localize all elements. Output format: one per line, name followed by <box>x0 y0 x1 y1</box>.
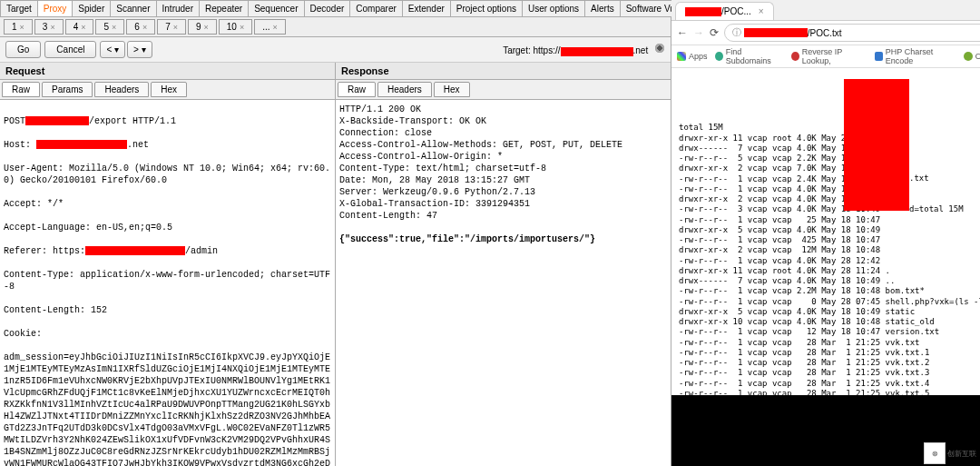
top-tab-scanner[interactable]: Scanner <box>110 0 156 16</box>
gear-icon[interactable] <box>654 43 665 54</box>
listing-line: -rw-r--r-- 1 vcap vcap 28 Mar 1 21:25 vv… <box>679 348 980 358</box>
close-icon[interactable]: × <box>112 23 116 32</box>
close-icon[interactable]: × <box>81 23 85 32</box>
top-tab-spider[interactable]: Spider <box>72 0 111 16</box>
go-button[interactable]: Go <box>5 41 41 58</box>
response-subtab-headers[interactable]: Headers <box>377 82 432 97</box>
request-subtab-params[interactable]: Params <box>42 82 93 97</box>
listing-line: -rw-r--r-- 1 vcap vcap 4.0K May 18 10:49 <box>679 184 980 194</box>
reverse-ip-bookmark[interactable]: Reverse IP Lookup, <box>791 47 867 65</box>
close-icon[interactable]: × <box>240 23 244 32</box>
repeater-tab-5[interactable]: 5× <box>95 19 124 35</box>
close-icon[interactable]: × <box>273 23 278 32</box>
bookmark-bar: Apps Find Subdomains Reverse IP Lookup, … <box>671 45 980 68</box>
response-subtab-hex[interactable]: Hex <box>434 82 470 97</box>
listing-line: -rw-r--r-- 1 vcap vcap 28 Mar 1 21:25 vv… <box>679 379 980 389</box>
listing-line: drwxr-xr-x 2 vcap vcap 4.0K May 18 10:49 <box>679 194 980 204</box>
redacted-trail-1: .txt <box>909 174 929 183</box>
response-subtab-raw[interactable]: Raw <box>338 82 376 97</box>
response-line: Date: Mon, 28 May 2018 13:15:27 GMT <box>339 174 667 186</box>
listing-line: -rw-r--r-- 1 vcap vcap 28 Mar 1 21:25 vv… <box>679 389 980 395</box>
create-bookmark[interactable]: Creat <box>964 52 980 61</box>
close-icon[interactable]: × <box>204 23 209 32</box>
top-tab-comparer[interactable]: Comparer <box>349 0 402 16</box>
repeater-tab-1[interactable]: 1× <box>4 19 33 35</box>
prev-button[interactable]: < ▾ <box>100 41 125 58</box>
repeater-tab-10[interactable]: 10× <box>219 19 252 35</box>
listing-line: drwx------ 7 vcap vcap 4.0K May 18 10:49… <box>679 276 980 286</box>
redacted-host <box>561 47 633 56</box>
top-tab-user-options[interactable]: User options <box>522 0 585 16</box>
apps-button[interactable]: Apps <box>677 52 708 61</box>
request-pane: Request RawParamsHeadersHex POST/export … <box>0 63 336 466</box>
next-button[interactable]: > ▾ <box>127 41 152 58</box>
close-icon[interactable]: × <box>50 23 54 32</box>
listing-line: drwxr-xr-x 2 vcap vcap 7.0K May 18 10:47 <box>679 164 980 174</box>
repeater-tab-4[interactable]: 4× <box>65 19 94 35</box>
close-tab-icon[interactable]: × <box>759 6 764 16</box>
top-tab-proxy[interactable]: Proxy <box>37 0 74 16</box>
listing-line: total 15M <box>679 123 980 133</box>
top-tab-repeater[interactable]: Repeater <box>199 0 249 16</box>
response-line: Access-Control-Allow-Origin: * <box>339 151 667 163</box>
cancel-button[interactable]: Cancel <box>44 41 96 58</box>
page-content[interactable]: .txt d=total 15M total 15Mdrwxr-xr-x 11 … <box>671 68 980 395</box>
top-tab-sequencer[interactable]: Sequencer <box>248 0 304 16</box>
response-line: X-Backside-Transport: OK OK <box>339 115 667 127</box>
php-charset-bookmark[interactable]: PHP Charset Encode <box>875 47 956 65</box>
request-subtab-raw[interactable]: Raw <box>2 82 40 97</box>
response-line: X-Global-Transaction-ID: 3391294351 <box>339 198 667 210</box>
reload-icon[interactable]: ⟳ <box>710 26 719 39</box>
repeater-tab-3[interactable]: 3× <box>34 19 64 35</box>
listing-line: -rw-r--r-- 1 vcap vcap 28 Mar 1 21:25 vv… <box>679 358 980 368</box>
repeater-tab-9[interactable]: 9× <box>188 19 217 35</box>
response-line <box>339 222 667 233</box>
redacted-block <box>844 79 909 211</box>
response-line: Connection: close <box>339 127 667 139</box>
listing-line: -rw-r--r-- 1 vcap vcap 12 May 18 10:47 v… <box>679 327 980 337</box>
close-icon[interactable]: × <box>20 23 24 32</box>
top-tab-decoder[interactable]: Decoder <box>304 0 351 16</box>
top-tab-alerts[interactable]: Alerts <box>584 0 621 16</box>
target-label: Target: https://.net <box>503 43 665 55</box>
listing-line: -rw-r--r-- 1 vcap vcap 4.0K May 28 12:42 <box>679 256 980 266</box>
listing-line: drwx------ 7 vcap vcap 4.0K May 18 10:49… <box>679 144 980 154</box>
find-subdomains-bookmark[interactable]: Find Subdomains <box>715 47 784 65</box>
response-line: Content-Type: text/html; charset=utf-8 <box>339 163 667 174</box>
repeater-tab-7[interactable]: 7× <box>157 19 186 35</box>
top-tabs: TargetProxySpiderScannerIntruderRepeater… <box>0 0 671 17</box>
back-icon[interactable]: ← <box>677 26 688 39</box>
listing-line: drwxr-xr-x 11 vcap root 4.0K May 28 13:1… <box>679 134 980 144</box>
listing-line: drwxr-xr-x 11 vcap root 4.0K May 28 11:2… <box>679 266 980 276</box>
repeater-tab-...[interactable]: ...× <box>254 19 286 35</box>
top-tab-target[interactable]: Target <box>0 0 38 16</box>
top-tab-project-options[interactable]: Project options <box>450 0 523 16</box>
listing-line: drwxr-xr-x 10 vcap vcap 4.0K May 18 10:4… <box>679 317 980 327</box>
watermark: ⊗ 创新互联 <box>924 442 976 464</box>
action-bar: Go Cancel < ▾ > ▾ Target: https://.net <box>0 37 671 63</box>
request-subtabs: RawParamsHeadersHex <box>0 80 335 100</box>
response-header: Response <box>336 63 671 80</box>
forward-icon[interactable]: → <box>693 26 704 39</box>
repeater-tab-6[interactable]: 6× <box>126 19 155 35</box>
browser-tab[interactable]: /POC... × <box>675 2 774 20</box>
response-pane: Response RawHeadersHex HTTP/1.1 200 OKX-… <box>336 63 671 466</box>
request-subtab-headers[interactable]: Headers <box>94 82 149 97</box>
close-icon[interactable]: × <box>173 23 178 32</box>
url-input[interactable]: ⓘ /POC.txt I <box>724 24 980 42</box>
listing-line: -rw-r--r-- 5 vcap vcap 2.2K May 18 10:48 <box>679 154 980 164</box>
top-tab-intruder[interactable]: Intruder <box>156 0 200 16</box>
response-raw[interactable]: HTTP/1.1 200 OKX-Backside-Transport: OK … <box>336 100 671 466</box>
listing-line: -rw-r--r-- 1 vcap vcap 2.2M May 18 10:48… <box>679 286 980 296</box>
top-tab-extender[interactable]: Extender <box>402 0 451 16</box>
request-raw[interactable]: POST/export HTTP/1.1 Host: .net User-Age… <box>0 100 335 466</box>
listing-line: drwxr-xr-x 5 vcap vcap 4.0K May 18 10:49 <box>679 225 980 235</box>
listing-line: -rw-r--r-- 1 vcap vcap 425 May 18 10:47 <box>679 235 980 245</box>
response-line: HTTP/1.1 200 OK <box>339 104 667 115</box>
request-header: Request <box>0 63 335 80</box>
close-icon[interactable]: × <box>142 23 147 32</box>
request-subtab-hex[interactable]: Hex <box>151 82 187 97</box>
response-subtabs: RawHeadersHex <box>336 80 671 100</box>
browser-tabstrip: /POC... × <box>671 0 980 21</box>
listing-line: drwxr-xr-x 2 vcap vcap 12M May 18 10:48 <box>679 245 980 255</box>
